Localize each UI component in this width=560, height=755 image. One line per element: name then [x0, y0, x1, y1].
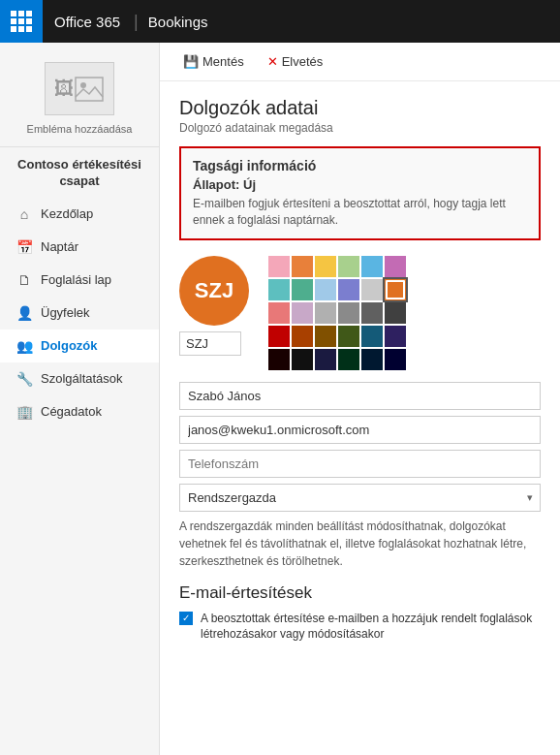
- email-notification-label: A beosztottak értesítése e-mailben a hoz…: [201, 611, 541, 644]
- logo-area: 🖼 Embléma hozzáadása: [0, 43, 159, 147]
- email-notification-checkbox[interactable]: ✓: [179, 612, 193, 625]
- calendar-icon: 📅: [16, 238, 33, 256]
- avatar: SZJ: [179, 256, 249, 326]
- initials-input[interactable]: [179, 331, 241, 356]
- color-swatch-16[interactable]: [361, 302, 383, 324]
- waffle-icon: [11, 11, 32, 32]
- color-swatch-20[interactable]: [315, 326, 336, 347]
- sidebar-item-cegadatok[interactable]: 🏢 Cégadatok: [0, 395, 159, 428]
- email-notification-row: ✓ A beosztottak értesítése e-mailben a h…: [179, 611, 541, 644]
- avatar-row: SZJ: [179, 256, 541, 370]
- sidebar-label-cegadatok: Cégadatok: [41, 404, 102, 419]
- color-swatch-28[interactable]: [361, 349, 383, 370]
- discard-button[interactable]: ✕ Elvetés: [264, 50, 327, 73]
- color-swatch-25[interactable]: [292, 349, 313, 370]
- color-swatch-22[interactable]: [361, 326, 383, 347]
- membership-title: Tagsági információ: [193, 158, 527, 173]
- save-button[interactable]: 💾 Mentés: [179, 50, 248, 73]
- color-swatch-17[interactable]: [385, 302, 406, 324]
- logo-label: Embléma hozzáadása: [27, 123, 133, 135]
- sidebar-label-dolgozok: Dolgozók: [41, 338, 98, 353]
- waffle-button[interactable]: [0, 0, 43, 43]
- svg-rect-0: [76, 78, 103, 101]
- color-swatch-21[interactable]: [338, 326, 359, 347]
- image-icon: 🖼: [54, 78, 74, 100]
- svg-point-1: [80, 82, 86, 88]
- role-description: A rendszergazdák minden beállítást módos…: [179, 518, 541, 570]
- company-name: Contoso értékesítési csapat: [0, 147, 159, 198]
- discard-label: Elvetés: [282, 54, 324, 69]
- color-swatch-6[interactable]: [268, 279, 290, 300]
- color-swatch-4[interactable]: [361, 256, 383, 277]
- sidebar-item-szolgaltatasok[interactable]: 🔧 Szolgáltatások: [0, 362, 159, 395]
- membership-status-value: Új: [243, 177, 256, 192]
- color-swatch-10[interactable]: [361, 279, 383, 300]
- color-palette: [268, 256, 406, 370]
- color-swatch-12[interactable]: [268, 302, 290, 324]
- checkmark-icon: ✓: [182, 613, 190, 623]
- membership-box: Tagsági információ Állapot: Új E-mailben…: [179, 146, 541, 240]
- name-input[interactable]: [179, 382, 541, 410]
- color-swatch-2[interactable]: [315, 256, 336, 277]
- role-select-wrap: Rendszergazda Alkalmazott Vendég ▾: [179, 484, 541, 512]
- color-swatch-0[interactable]: [268, 256, 290, 277]
- color-swatch-18[interactable]: [268, 326, 290, 347]
- content-area: 💾 Mentés ✕ Elvetés Dolgozók adatai Dolgo…: [160, 43, 560, 755]
- save-label: Mentés: [202, 54, 244, 69]
- membership-status: Állapot: Új: [193, 177, 527, 192]
- color-swatch-9[interactable]: [338, 279, 359, 300]
- close-icon: ✕: [267, 54, 278, 69]
- color-swatch-19[interactable]: [292, 326, 313, 347]
- sidebar-label-ugyfelek: Ügyfelek: [41, 305, 90, 320]
- form-content: Dolgozók adatai Dolgozó adatainak megadá…: [160, 81, 560, 658]
- top-bar: Office 365 | Bookings: [0, 0, 560, 43]
- color-swatch-13[interactable]: [292, 302, 313, 324]
- sidebar: 🖼 Embléma hozzáadása Contoso értékesítés…: [0, 43, 160, 755]
- logo-placeholder[interactable]: 🖼: [45, 62, 114, 115]
- wrench-icon: 🔧: [16, 370, 33, 388]
- sidebar-item-dolgozok[interactable]: 👥 Dolgozók: [0, 330, 159, 362]
- color-swatch-1[interactable]: [292, 256, 313, 277]
- sidebar-label-szolgaltatasok: Szolgáltatások: [41, 371, 123, 386]
- color-swatch-15[interactable]: [338, 302, 359, 324]
- color-swatch-3[interactable]: [338, 256, 359, 277]
- color-swatch-24[interactable]: [268, 349, 290, 370]
- color-swatch-5[interactable]: [385, 256, 406, 277]
- membership-description: E-mailben fogjuk értesíteni a beosztotta…: [193, 196, 527, 229]
- image-placeholder-icon: [74, 76, 105, 103]
- sidebar-label-kezdolap: Kezdőlap: [41, 206, 93, 221]
- sidebar-label-naptar: Naptár: [41, 239, 78, 254]
- color-swatch-11[interactable]: [385, 279, 406, 300]
- color-swatch-8[interactable]: [315, 279, 336, 300]
- color-swatch-7[interactable]: [292, 279, 313, 300]
- role-select[interactable]: Rendszergazda Alkalmazott Vendég: [179, 484, 541, 512]
- membership-status-label: Állapot:: [193, 177, 243, 192]
- topbar-divider: |: [134, 12, 139, 32]
- email-section-title: E-mail-értesítések: [179, 583, 541, 603]
- building-icon: 🏢: [16, 403, 33, 421]
- page-icon: 🗋: [16, 271, 33, 289]
- page-title: Dolgozók adatai: [179, 97, 541, 119]
- color-swatch-26[interactable]: [315, 349, 336, 370]
- sidebar-item-ugyfelek[interactable]: 👤 Ügyfelek: [0, 297, 159, 330]
- phone-input[interactable]: [179, 450, 541, 478]
- main-layout: 🖼 Embléma hozzáadása Contoso értékesítés…: [0, 43, 560, 755]
- sidebar-item-kezdolap[interactable]: ⌂ Kezdőlap: [0, 198, 159, 231]
- save-icon: 💾: [183, 54, 199, 69]
- toolbar: 💾 Mentés ✕ Elvetés: [160, 43, 560, 81]
- office365-label: Office 365: [43, 14, 132, 30]
- email-input[interactable]: [179, 416, 541, 444]
- color-swatch-29[interactable]: [385, 349, 406, 370]
- sidebar-label-foglalasi: Foglalási lap: [41, 272, 111, 287]
- avatar-initials: SZJ: [195, 278, 233, 303]
- people-icon: 👤: [16, 304, 33, 322]
- sidebar-item-foglalasi[interactable]: 🗋 Foglalási lap: [0, 264, 159, 297]
- people2-icon: 👥: [16, 337, 33, 355]
- color-swatch-23[interactable]: [385, 326, 406, 347]
- sidebar-item-naptar[interactable]: 📅 Naptár: [0, 231, 159, 264]
- home-icon: ⌂: [16, 205, 33, 223]
- module-label: Bookings: [140, 14, 216, 30]
- page-subtitle: Dolgozó adatainak megadása: [179, 121, 541, 135]
- color-swatch-14[interactable]: [315, 302, 336, 324]
- color-swatch-27[interactable]: [338, 349, 359, 370]
